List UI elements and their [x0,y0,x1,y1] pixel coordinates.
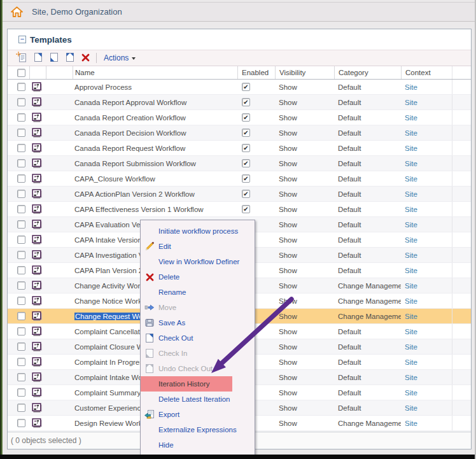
row-name[interactable]: CAPA ActionPlan Version 2 Workflow [73,187,237,201]
enabled-checkbox[interactable]: ✔ [242,190,250,198]
column-header-context[interactable]: Context [401,66,452,79]
table-row[interactable]: Canada Report Request Workflow✔ShowDefau… [8,141,471,156]
menu-item-iteration-history[interactable]: Iteration History [141,376,255,392]
menu-item-delete-latest-iteration[interactable]: Delete Latest Iteration [141,392,255,407]
row-checkbox[interactable] [17,342,25,351]
table-row[interactable]: CAPA_Closure Workflow✔ShowDefaultSite [8,171,471,187]
context-link[interactable]: Site [405,160,417,167]
context-link[interactable]: Site [405,221,417,229]
row-checkbox[interactable] [17,327,25,335]
menu-item-export[interactable]: Export [141,407,255,422]
enabled-checkbox[interactable]: ✔ [242,129,250,137]
check-in-button[interactable] [46,51,61,65]
row-name[interactable]: Canada Report Decision Workflow [73,125,237,140]
table-row[interactable]: Canada Report Submission Workflow✔ShowDe… [8,156,471,171]
row-checkbox[interactable] [17,312,25,320]
table-row[interactable]: Canada Report Approval Workflow✔ShowDefa… [8,95,471,110]
menu-item-check-in[interactable]: Check In [141,346,255,361]
collapse-icon[interactable]: − [18,36,26,43]
enabled-checkbox[interactable]: ✔ [242,98,250,106]
context-link[interactable]: Site [405,313,417,320]
row-name[interactable]: CAPA Effectiveness Version 1 Workflow [73,202,237,216]
context-link[interactable]: Site [405,297,417,305]
context-link[interactable]: Site [405,343,417,351]
row-checkbox[interactable] [17,297,25,305]
select-all-checkbox[interactable] [17,69,25,77]
row-name[interactable]: Canada Report Creation Workflow [73,110,237,125]
row-checkbox[interactable] [17,373,25,381]
row-name[interactable]: Canada Report Approval Workflow [73,95,237,109]
menu-item-check-out[interactable]: Check Out [141,330,255,346]
row-checkbox[interactable] [17,83,25,91]
enabled-checkbox[interactable]: ✔ [242,83,250,91]
row-checkbox[interactable] [17,358,25,366]
row-name[interactable]: Approval Process [73,80,237,94]
menu-item-undo-check-out[interactable]: Undo Check Out [141,361,255,376]
new-template-button[interactable] [15,51,29,65]
row-checkbox[interactable] [17,159,25,167]
column-header-name[interactable]: Name [73,66,237,79]
row-checkbox[interactable] [17,190,25,198]
row-checkbox[interactable] [17,98,25,106]
context-link[interactable]: Site [405,389,417,397]
row-checkbox[interactable] [17,281,25,290]
enabled-checkbox[interactable]: ✔ [242,144,250,152]
table-row[interactable]: CAPA Effectiveness Version 1 Workflow✔Sh… [8,202,471,217]
row-checkbox[interactable] [17,174,25,183]
context-link[interactable]: Site [405,251,417,259]
delete-button[interactable] [78,51,93,65]
menu-item-save-as[interactable]: Save As [141,315,255,330]
row-checkbox[interactable] [17,220,25,229]
context-link[interactable]: Site [405,114,417,122]
row-checkbox[interactable] [17,144,25,152]
table-row[interactable]: Approval Process✔ShowDefaultSite [8,80,471,95]
row-name[interactable]: Canada Report Request Workflow [73,141,237,155]
menu-item-view-in-workflow-definer[interactable]: View in Workflow Definer [141,254,255,269]
column-header-visibility[interactable]: Visibility [275,66,334,79]
context-link[interactable]: Site [405,328,417,335]
enabled-checkbox[interactable]: ✔ [242,159,250,167]
context-link[interactable]: Site [405,404,417,412]
context-link[interactable]: Site [405,374,417,381]
context-link[interactable]: Site [405,175,417,183]
actions-menu-button[interactable]: Actions [101,52,138,64]
row-checkbox[interactable] [17,129,25,137]
home-icon[interactable] [11,6,23,17]
enabled-checkbox[interactable]: ✔ [242,174,250,183]
context-link[interactable]: Site [405,282,417,290]
row-checkbox[interactable] [17,251,25,259]
table-row[interactable]: Canada Report Creation Workflow✔ShowDefa… [8,110,471,125]
menu-item-move[interactable]: Move [141,300,255,315]
menu-item-externalize-expressions[interactable]: Externalize Expressions [141,422,255,437]
table-row[interactable]: CAPA ActionPlan Version 2 Workflow✔ShowD… [8,187,471,202]
row-checkbox[interactable] [17,419,25,427]
row-checkbox[interactable] [17,388,25,397]
menu-item-rename[interactable]: Rename [141,285,255,300]
context-link[interactable]: Site [405,358,417,366]
column-header-category[interactable]: Category [334,66,401,79]
context-link[interactable]: Site [405,145,417,152]
menu-item-initiate-workflow-process[interactable]: Initiate workflow process [141,223,255,239]
undo-check-out-button[interactable] [62,51,77,65]
menu-item-delete[interactable]: Delete [141,269,255,285]
context-link[interactable]: Site [405,206,417,213]
enabled-checkbox[interactable]: ✔ [242,113,250,122]
menu-item-edit[interactable]: Edit [141,239,255,254]
context-link[interactable]: Site [405,190,417,198]
row-checkbox[interactable] [17,266,25,274]
context-link[interactable]: Site [405,83,417,91]
row-checkbox[interactable] [17,205,25,213]
menu-item-hide[interactable]: Hide [141,437,255,453]
row-checkbox[interactable] [17,236,25,244]
check-out-button[interactable] [31,51,45,65]
row-checkbox[interactable] [17,113,25,122]
table-row[interactable]: Canada Report Decision Workflow✔ShowDefa… [8,125,471,141]
row-name[interactable]: Canada Report Submission Workflow [73,156,237,171]
context-link[interactable]: Site [405,267,417,274]
enabled-checkbox[interactable]: ✔ [242,205,250,213]
row-name[interactable]: CAPA_Closure Workflow [73,171,237,186]
context-link[interactable]: Site [405,129,417,137]
row-checkbox[interactable] [17,404,25,412]
context-link[interactable]: Site [405,420,417,427]
context-link[interactable]: Site [405,236,417,244]
